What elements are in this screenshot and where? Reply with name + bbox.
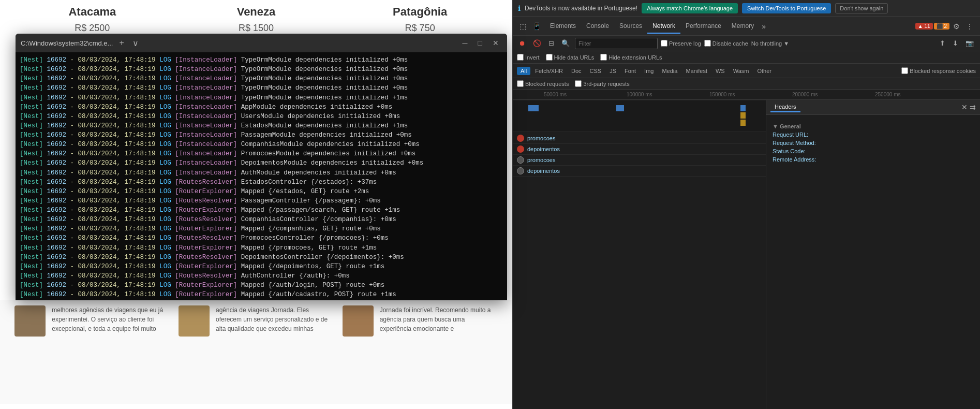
testimonial-avatar-3 [343,305,374,337]
switch-language-btn[interactable]: Switch DevTools to Portuguese [742,3,831,13]
blocked-requests-label[interactable]: Blocked requests [517,80,569,87]
tab-memory[interactable]: Memory [726,19,759,34]
customize-btn[interactable]: ⋮ [963,20,976,33]
info-icon: ℹ [518,4,521,12]
export-btn[interactable]: ⬇ [951,38,960,48]
error-count-badge: ▲ 11 [915,23,933,30]
hide-data-urls-checkbox[interactable] [546,54,553,61]
type-btn-wasm[interactable]: Wasm [730,67,753,75]
destination-price-atacama: R$ 2500 [20,23,165,34]
clear-btn[interactable]: 🚫 [531,38,543,48]
destination-card-veneza: Veneza R$ 1500 [184,5,329,34]
third-party-filter-row: Blocked requests 3rd-party requests [513,78,980,90]
disable-cache-label: Disable cache [712,40,748,47]
search-btn[interactable]: 🔍 [559,38,572,48]
headers-key-remote-address: Remote Address: [773,156,816,163]
blocked-requests-text: Blocked requests [525,81,569,87]
testimonial-card-2: agência de viagens Jornada. Eles oferece… [179,305,334,399]
type-btn-js[interactable]: JS [606,67,620,75]
tab-elements[interactable]: Elements [545,19,581,34]
preserve-log-label: Preserve log [669,40,701,47]
type-btn-media[interactable]: Media [658,67,681,75]
destination-name-patagonia: Patagônia [348,5,493,19]
terminal-new-tab-btn[interactable]: + [117,38,126,48]
network-row-name-4: depoimentos [527,168,762,174]
network-row-depoimentos-1[interactable]: depoimentos [513,144,766,155]
settings-btn[interactable]: ⚙ [951,20,962,33]
network-content: promocoes depoimentos promocoes depoimen… [513,100,980,409]
testimonial-card-1: melhores agências de viagens que eu já e… [14,305,170,399]
terminal-minimize-btn[interactable]: ─ [459,38,471,48]
invert-label: Invert [525,54,540,61]
type-btn-all[interactable]: All [517,67,530,75]
record-btn[interactable]: ⏺ [517,38,528,48]
inspect-element-btn[interactable]: ⬚ [517,20,529,33]
type-btn-doc[interactable]: Doc [568,67,585,75]
network-ws-icon-2 [517,167,524,174]
network-row-promocoes-2[interactable]: promocoes [513,155,766,166]
hide-extension-urls-checkbox[interactable] [600,54,607,61]
destination-price-veneza: R$ 1500 [184,23,329,34]
disable-cache-checkbox-label[interactable]: Disable cache [704,40,748,47]
network-error-icon-2 [517,145,524,153]
blocked-requests-checkbox[interactable] [517,80,524,87]
timeline-bar-5 [740,120,746,126]
type-btn-img[interactable]: Img [641,67,657,75]
network-row-promocoes-1[interactable]: promocoes [513,133,766,144]
third-party-label[interactable]: 3rd-party requests [575,80,629,87]
hide-extension-urls-label[interactable]: Hide extension URLs [600,54,662,61]
type-btn-manifest[interactable]: Manifest [682,67,711,75]
network-row-name-3: promocoes [527,157,762,163]
network-row-name-1: promocoes [527,135,762,141]
testimonial-text-2: agência de viagens Jornada. Eles oferece… [216,305,334,399]
type-btn-fetch-xhr[interactable]: Fetch/XHR [531,67,567,75]
terminal-title: C:\Windows\system32\cmd.e... [21,39,113,47]
type-btn-other[interactable]: Other [753,67,775,75]
device-toolbar-btn[interactable]: 📱 [530,20,544,33]
translation-info-text: DevTools is now available in Portuguese! [525,5,637,12]
blocked-cookies-label[interactable]: Blocked response cookies [901,67,976,74]
headers-tab[interactable]: Headers [770,102,800,112]
third-party-text: 3rd-party requests [583,81,629,87]
type-filter-bar: All Fetch/XHR Doc CSS JS Font Img Media … [513,64,980,78]
headers-field-request-url: Request URL: [773,132,974,138]
dismiss-translation-btn[interactable]: Don't show again [835,3,888,13]
tab-console[interactable]: Console [581,19,614,34]
preserve-log-checkbox-label[interactable]: Preserve log [661,40,701,47]
network-row-depoimentos-2[interactable]: depoimentos [513,166,766,177]
type-btn-ws[interactable]: WS [712,67,729,75]
headers-expand-btn[interactable]: ⇉ [970,103,976,111]
headers-panel-toolbar: Headers ✕ ⇉ [766,100,980,115]
terminal-tab[interactable]: C:\Windows\system32\cmd.e... [21,39,113,47]
third-party-checkbox[interactable] [575,80,582,87]
match-language-btn[interactable]: Always match Chrome's language [642,3,738,13]
terminal-maximize-btn[interactable]: □ [475,38,485,48]
testimonial-text-3: Jornada foi incrível. Recomendo muito a … [380,305,498,399]
timeline-label-150k: 150000 ms [709,92,735,97]
terminal-close-btn[interactable]: ✕ [489,38,502,48]
hide-data-urls-label[interactable]: Hide data URLs [546,54,595,61]
devtools-panel: ℹ DevTools is now available in Portugues… [512,0,980,409]
preserve-log-checkbox[interactable] [661,40,667,47]
blocked-cookies-checkbox[interactable] [901,67,908,74]
headers-field-status-code: Status Code: [773,148,974,154]
type-btn-css[interactable]: CSS [586,67,605,75]
more-tabs-btn[interactable]: » [759,20,768,33]
throttling-dropdown-icon[interactable]: ▼ [783,40,789,47]
tab-sources[interactable]: Sources [614,19,647,34]
invert-checkbox-label[interactable]: Invert [517,54,540,61]
timeline-label-200k: 200000 ms [792,92,818,97]
filter-toggle-btn[interactable]: ⊟ [546,38,556,48]
terminal-tab-dropdown-btn[interactable]: ∨ [130,38,141,48]
headers-close-btn[interactable]: ✕ [961,103,968,111]
screenshot-btn[interactable]: 📷 [963,38,976,48]
disable-cache-checkbox[interactable] [704,40,711,47]
timeline-label-250k: 250000 ms [875,92,900,97]
terminal-window[interactable]: C:\Windows\system32\cmd.e... + ∨ ─ □ ✕ [… [16,34,507,300]
tab-network[interactable]: Network [647,19,680,34]
import-btn[interactable]: ⬆ [938,38,947,48]
invert-checkbox[interactable] [517,54,524,61]
tab-performance[interactable]: Performance [680,19,726,34]
network-filter-input[interactable] [575,38,658,49]
type-btn-font[interactable]: Font [621,67,640,75]
